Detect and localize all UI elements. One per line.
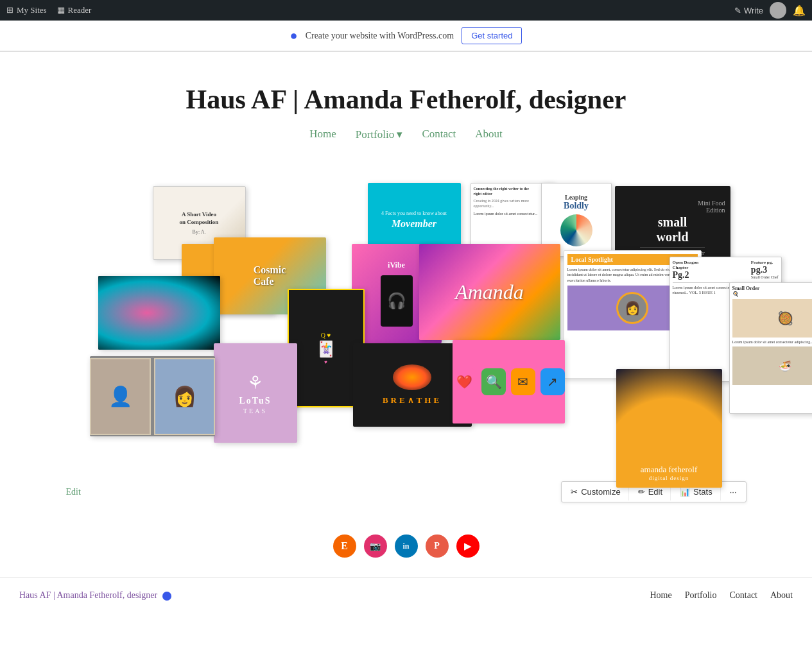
patreon-link[interactable]: P: [426, 535, 449, 558]
footer-nav: Home Portfolio Contact About: [650, 590, 793, 601]
edit-icon: ✏: [638, 487, 645, 497]
footer-nav-contact[interactable]: Contact: [729, 590, 757, 601]
reader-label: Reader: [68, 5, 92, 15]
notifications-icon[interactable]: 🔔: [793, 4, 806, 17]
site-footer: Haus AF | Amanda Fetherolf, designer Hom…: [0, 577, 812, 613]
youtube-link[interactable]: ▶: [456, 535, 479, 558]
portfolio-collage: A Short Videoon Composition By: A. Open2…: [53, 180, 759, 456]
get-started-button[interactable]: Get started: [462, 27, 522, 44]
write-icon: ✎: [734, 6, 741, 15]
search-app-icon: 🔍: [481, 368, 506, 395]
my-sites-link[interactable]: ⊞ My Sites: [6, 5, 47, 15]
share-app-icon: ↗: [540, 368, 565, 395]
nav-contact[interactable]: Contact: [422, 128, 456, 141]
wordpress-footer-icon: [162, 592, 171, 601]
site-header: Haus AF | Amanda Fetherolf, designer Hom…: [0, 52, 812, 154]
portfolio-item-smallorder[interactable]: Small Order🍳 🥘 Lorem ipsum dolor sit ame…: [729, 282, 813, 414]
nav-home[interactable]: Home: [309, 128, 336, 141]
footer-nav-home[interactable]: Home: [650, 590, 671, 601]
stats-icon: 📊: [680, 487, 690, 497]
old-photo-2: 👩: [154, 358, 215, 435]
nav-about[interactable]: About: [475, 128, 503, 141]
portfolio-item-profile[interactable]: amanda fetherolf digital design: [616, 369, 722, 488]
write-button[interactable]: ✎ Write: [734, 6, 763, 15]
portfolio-item-pink-app[interactable]: ❤️ 🔍 ✉ ↗: [453, 340, 565, 423]
reader-link[interactable]: ▦ Reader: [57, 5, 92, 15]
my-sites-label: My Sites: [17, 5, 47, 15]
promo-bar: ● Create your website with WordPress.com…: [0, 21, 812, 51]
promo-text: Create your website with WordPress.com: [306, 31, 454, 41]
nav-portfolio[interactable]: Portfolio ▾: [356, 128, 403, 141]
etsy-link[interactable]: E: [333, 535, 356, 558]
reader-icon: ▦: [57, 5, 65, 15]
social-bar: E 📷 in P ▶: [0, 535, 812, 558]
heart-app-icon: ❤️: [453, 368, 477, 395]
portfolio-item-photos[interactable]: 👤 👩: [90, 356, 215, 436]
more-button[interactable]: ···: [722, 483, 745, 500]
avatar[interactable]: [770, 2, 786, 19]
my-sites-icon: ⊞: [6, 5, 13, 15]
old-photo-1: 👤: [90, 358, 151, 435]
site-nav: Home Portfolio ▾ Contact About: [13, 128, 799, 141]
customize-icon: ✂: [571, 487, 578, 497]
portfolio-item-amanda-script[interactable]: Amanda: [419, 244, 560, 340]
portfolio-item-butterfly[interactable]: [98, 276, 220, 350]
wordpress-logo: ●: [290, 28, 298, 43]
footer-nav-portfolio[interactable]: Portfolio: [685, 590, 717, 601]
mail-app-icon: ✉: [511, 368, 535, 395]
edit-link[interactable]: Edit: [66, 487, 81, 497]
site-title: Haus AF | Amanda Fetherolf, designer: [13, 84, 799, 115]
collage-container: A Short Videoon Composition By: A. Open2…: [53, 180, 759, 456]
linkedin-link[interactable]: in: [395, 535, 418, 558]
portfolio-item-lotus[interactable]: ⚘ LoTuS TEAS: [214, 343, 297, 443]
admin-bar: ⊞ My Sites ▦ Reader ✎ Write 🔔: [0, 0, 812, 21]
footer-brand: Haus AF | Amanda Fetherolf, designer: [19, 590, 171, 601]
instagram-link[interactable]: 📷: [364, 535, 387, 558]
footer-nav-about[interactable]: About: [770, 590, 793, 601]
